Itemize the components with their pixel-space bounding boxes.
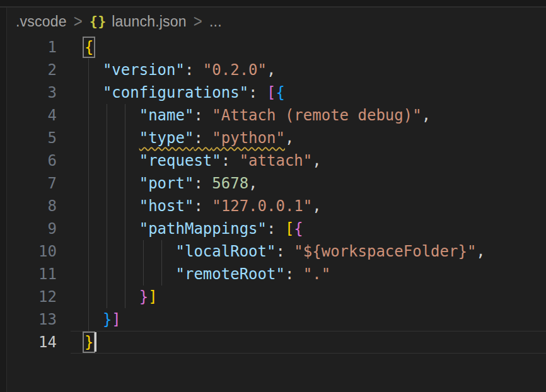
- matched-bracket: }: [84, 333, 93, 351]
- line-number[interactable]: 4: [7, 104, 57, 127]
- breadcrumb-symbol-label: ...: [209, 13, 222, 30]
- breadcrumb-file[interactable]: {} launch.json: [90, 13, 187, 30]
- code-line[interactable]: 6 "request": "attach",: [7, 149, 546, 172]
- code-line-text: "port": 5678,: [57, 172, 258, 195]
- line-number[interactable]: 2: [7, 59, 57, 81]
- code-line-text: {: [57, 36, 93, 59]
- code-line-text: "name": "Attach (remote debug)",: [57, 104, 431, 127]
- code-line[interactable]: 11 "remoteRoot": ".": [7, 263, 546, 285]
- line-number[interactable]: 5: [7, 127, 57, 149]
- line-number[interactable]: 10: [7, 240, 57, 263]
- code-line[interactable]: 13 }]: [7, 308, 546, 331]
- matched-bracket: {: [84, 38, 93, 56]
- code-line[interactable]: 2 "version": "0.2.0",: [7, 59, 546, 81]
- code-line-text: }: [57, 331, 93, 354]
- code-line-text: "localRoot": "${workspaceFolder}",: [57, 240, 485, 263]
- code-line[interactable]: 5 "type": "python",: [7, 127, 546, 149]
- line-number[interactable]: 9: [7, 217, 57, 240]
- code-line-text: }]: [57, 308, 121, 331]
- line-number[interactable]: 13: [7, 308, 57, 331]
- code-line[interactable]: 3 "configurations": [{: [7, 81, 546, 104]
- breadcrumb: .vscode > {} launch.json > ...: [16, 13, 222, 30]
- code-line-text: "request": "attach",: [57, 149, 322, 172]
- breadcrumb-folder[interactable]: .vscode: [16, 13, 67, 30]
- code-lines: 1{2 "version": "0.2.0",3 "configurations…: [7, 36, 546, 354]
- code-line[interactable]: 7 "port": 5678,: [7, 172, 546, 195]
- line-number[interactable]: 3: [7, 81, 57, 104]
- line-number[interactable]: 11: [7, 263, 57, 285]
- code-line[interactable]: 14}: [7, 331, 546, 354]
- line-number[interactable]: 6: [7, 149, 57, 172]
- code-line[interactable]: 1{: [7, 36, 546, 59]
- code-line-text: "remoteRoot": ".": [57, 263, 330, 285]
- code-line-text: "configurations": [{: [57, 81, 285, 104]
- code-editor[interactable]: 1{2 "version": "0.2.0",3 "configurations…: [7, 36, 546, 392]
- line-number[interactable]: 14: [7, 331, 57, 354]
- breadcrumb-symbol[interactable]: ...: [209, 13, 222, 30]
- line-number[interactable]: 8: [7, 195, 57, 217]
- code-line[interactable]: 12 }]: [7, 285, 546, 308]
- code-line-text: "type": "python",: [57, 127, 294, 149]
- line-number[interactable]: 12: [7, 285, 57, 308]
- tab-bar-edge: [0, 0, 546, 8]
- text-cursor: [95, 332, 96, 352]
- code-line-text: }]: [57, 285, 158, 308]
- code-line[interactable]: 9 "pathMappings": [{: [7, 217, 546, 240]
- breadcrumb-file-label: launch.json: [112, 13, 187, 30]
- line-number[interactable]: 1: [7, 36, 57, 59]
- code-line[interactable]: 8 "host": "127.0.0.1",: [7, 195, 546, 217]
- chevron-right-icon: >: [194, 11, 202, 32]
- breadcrumb-folder-label: .vscode: [16, 13, 67, 30]
- code-line-text: "host": "127.0.0.1",: [57, 195, 322, 217]
- warning-squiggle: "type": "python": [139, 129, 285, 147]
- json-file-icon: {}: [90, 14, 107, 29]
- code-line[interactable]: 4 "name": "Attach (remote debug)",: [7, 104, 546, 127]
- chevron-right-icon: >: [74, 11, 83, 32]
- code-line[interactable]: 10 "localRoot": "${workspaceFolder}",: [7, 240, 546, 263]
- code-line-text: "pathMappings": [{: [57, 217, 303, 240]
- code-line-text: "version": "0.2.0",: [57, 59, 276, 81]
- line-number[interactable]: 7: [7, 172, 57, 195]
- editor-left-border: [0, 0, 7, 392]
